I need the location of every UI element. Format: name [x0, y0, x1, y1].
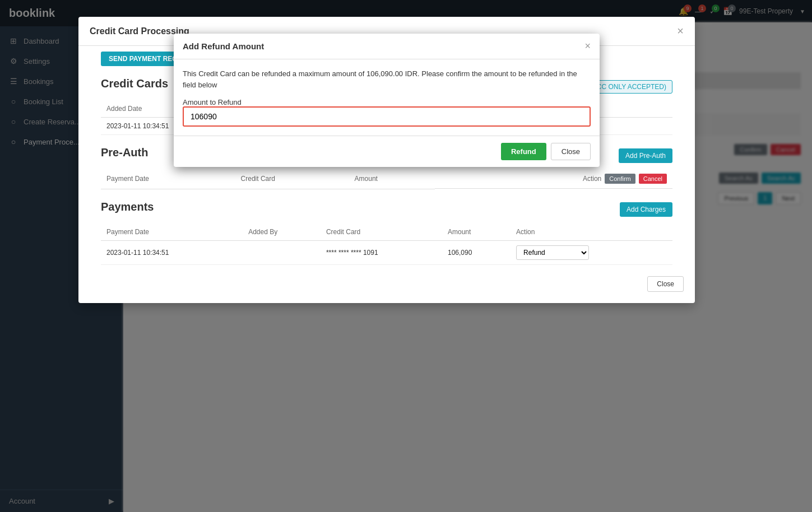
cc-modal-close-bottom-button[interactable]: Close [647, 276, 684, 292]
pay-cc-cell: **** **** **** 1091 [321, 240, 442, 264]
refund-amount-input[interactable] [183, 106, 591, 127]
pay-col-date: Payment Date [101, 224, 243, 241]
table-row: 2023-01-11 10:34:51 **** **** **** 1091 … [101, 240, 672, 264]
cancel-button[interactable]: Cancel [639, 174, 667, 184]
add-refund-modal: Add Refund Amount × This Credit Card can… [174, 34, 600, 167]
pre-auth-table: Payment Date Credit Card Amount Action C… [101, 169, 672, 189]
add-pre-auth-button[interactable]: Add Pre-Auth [619, 148, 672, 163]
pay-col-cc: Credit Card [321, 224, 442, 241]
refund-modal-footer: Refund Close [174, 136, 600, 167]
refund-modal-body: This Credit Card can be refunded a maxim… [174, 59, 600, 136]
pay-date-cell: 2023-01-11 10:34:51 [101, 240, 243, 264]
confirm-button[interactable]: Confirm [605, 174, 635, 184]
preauth-col-date: Payment Date [101, 169, 235, 189]
pay-col-action: Action [511, 224, 672, 241]
pre-auth-title: Pre-Auth [101, 146, 148, 159]
preauth-col-cc: Credit Card [235, 169, 349, 189]
cc-modal-footer: Close [90, 271, 684, 292]
refund-description: This Credit Card can be refunded a maxim… [183, 68, 591, 90]
refund-modal-header: Add Refund Amount × [174, 34, 600, 59]
payments-table: Payment Date Added By Credit Card Amount… [101, 224, 672, 265]
refund-action-select[interactable]: Refund [516, 245, 589, 260]
payments-title: Payments [101, 201, 154, 213]
refund-amount-label: Amount to Refund [183, 98, 242, 106]
refund-confirm-button[interactable]: Refund [501, 143, 546, 160]
preauth-col-amount: Amount [349, 169, 435, 189]
credit-cards-title: Credit Cards [101, 77, 168, 90]
pay-amount-cell: 106,090 [442, 240, 511, 264]
preauth-col-action: Action Confirm Cancel [435, 169, 672, 189]
pay-action-cell: Refund [511, 240, 672, 264]
payments-header-row: Payments Add Charges [101, 201, 672, 219]
refund-input-wrapper [183, 106, 591, 127]
refund-modal-title: Add Refund Amount [183, 41, 264, 51]
add-charges-button[interactable]: Add Charges [620, 202, 672, 217]
payments-section: Payments Add Charges Payment Date Added … [90, 195, 684, 271]
pay-col-amount: Amount [442, 224, 511, 241]
refund-modal-close-footer-button[interactable]: Close [551, 143, 591, 160]
cc-modal-close-button[interactable]: × [677, 25, 684, 38]
refund-modal-close-button[interactable]: × [584, 40, 591, 52]
pay-col-added-by: Added By [243, 224, 321, 241]
pay-added-by-cell [243, 240, 321, 264]
